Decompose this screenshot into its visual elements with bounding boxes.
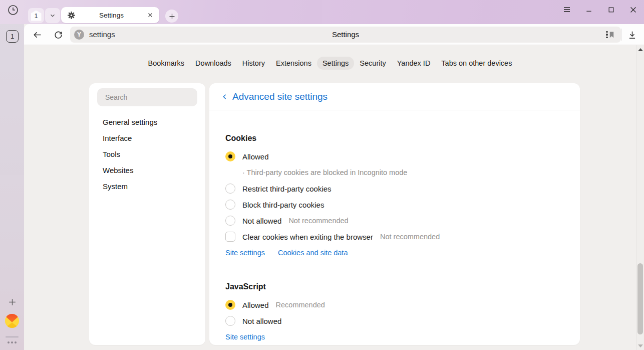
- toolbar-divider: [621, 29, 621, 41]
- sidebar-item-websites[interactable]: Websites: [89, 162, 205, 179]
- yandex-browser-logo-icon[interactable]: [5, 314, 19, 328]
- rail-tab-counter[interactable]: 1: [6, 30, 19, 43]
- radio-option-cookies-allowed[interactable]: Allowed: [225, 148, 564, 164]
- back-button[interactable]: [31, 29, 43, 41]
- sidebar-item-general-settings[interactable]: General settings: [89, 114, 205, 130]
- new-tab-button[interactable]: [165, 10, 178, 23]
- minimize-button[interactable]: [582, 3, 596, 17]
- back-arrow-icon: [32, 30, 43, 40]
- sidebar-list: General settings Interface Tools Website…: [89, 114, 205, 195]
- settings-page: Bookmarks Downloads History Extensions S…: [24, 45, 636, 350]
- nav-tab-bookmarks[interactable]: Bookmarks: [143, 57, 190, 70]
- close-icon: [629, 6, 637, 14]
- scrollbar-thumb[interactable]: [637, 263, 643, 334]
- maximize-icon: [607, 6, 615, 14]
- checkbox-clear-cookies-on-exit[interactable]: Clear cookies when exiting the browser N…: [225, 229, 564, 245]
- content-body: Cookies Allowed · Third-party cookies ar…: [209, 132, 580, 345]
- nav-tab-other-devices[interactable]: Tabs on other devices: [436, 57, 517, 70]
- sidebar-item-system[interactable]: System: [89, 179, 205, 195]
- side-rail: 1: [0, 24, 24, 350]
- radio-unselected-icon[interactable]: [225, 216, 235, 226]
- back-to-settings-button[interactable]: [218, 90, 231, 103]
- checkbox-icon[interactable]: [225, 232, 235, 242]
- download-icon: [627, 30, 637, 40]
- minimize-icon: [585, 6, 593, 14]
- tab-settings[interactable]: Settings: [61, 7, 159, 23]
- nav-tab-settings[interactable]: Settings: [317, 57, 354, 70]
- scroll-down-arrow-icon[interactable]: [638, 344, 643, 347]
- sidebar-item-interface[interactable]: Interface: [89, 130, 205, 146]
- option-label: Clear cookies when exiting the browser: [242, 233, 373, 241]
- settings-content: Advanced site settings Cookies Allowed ·…: [209, 83, 580, 345]
- radio-option-js-not-allowed[interactable]: Not allowed: [225, 313, 564, 329]
- reload-icon: [54, 30, 63, 40]
- settings-sidebar: General settings Interface Tools Website…: [89, 83, 205, 345]
- settings-nav-tabs: Bookmarks Downloads History Extensions S…: [24, 57, 636, 70]
- option-label: Not allowed: [242, 217, 281, 225]
- search-box: [97, 88, 197, 106]
- tab-group-control[interactable]: 1: [28, 8, 60, 23]
- chevron-left-icon: [221, 93, 229, 101]
- radio-unselected-icon[interactable]: [225, 184, 235, 194]
- maximize-button[interactable]: [604, 3, 618, 17]
- link-site-settings[interactable]: Site settings: [225, 249, 265, 257]
- downloads-button[interactable]: [626, 29, 638, 41]
- tab-group-expand-button[interactable]: [45, 8, 60, 23]
- javascript-links: Site settings: [225, 329, 564, 345]
- reload-button[interactable]: [52, 29, 64, 41]
- rail-divider: [6, 336, 19, 337]
- radio-selected-icon[interactable]: [225, 300, 235, 310]
- page-scrollbar[interactable]: [636, 45, 644, 350]
- sidebar-item-tools[interactable]: Tools: [89, 146, 205, 162]
- radio-unselected-icon[interactable]: [225, 200, 235, 210]
- not-recommended-badge: Not recommended: [288, 217, 348, 225]
- close-button[interactable]: [626, 3, 640, 17]
- nav-tab-downloads[interactable]: Downloads: [190, 57, 237, 70]
- tab-strip: 1 Settings: [0, 0, 644, 24]
- option-label: Allowed: [242, 152, 269, 161]
- rail-more-button[interactable]: [6, 340, 18, 345]
- nav-tab-security[interactable]: Security: [354, 57, 391, 70]
- radio-selected-icon[interactable]: [225, 151, 235, 161]
- nav-tab-history[interactable]: History: [237, 57, 270, 70]
- option-label: Block third-party cookies: [242, 201, 324, 209]
- plus-icon: [168, 13, 176, 20]
- option-label: Allowed: [242, 301, 269, 309]
- radio-unselected-icon[interactable]: [225, 316, 235, 326]
- browser-menu-button[interactable]: [560, 3, 574, 17]
- toolbar: Y settings Settings: [24, 24, 644, 45]
- gear-icon: [67, 11, 76, 20]
- address-bar[interactable]: Y settings Settings: [70, 27, 621, 43]
- tab-title: Settings: [76, 12, 147, 19]
- radio-option-block-third-party[interactable]: Block third-party cookies: [225, 197, 564, 213]
- link-site-settings[interactable]: Site settings: [225, 333, 265, 341]
- toolbar-more-button[interactable]: [603, 29, 611, 41]
- nav-tab-extensions[interactable]: Extensions: [270, 57, 317, 70]
- section-title-javascript: JavaScript: [225, 281, 564, 293]
- tab-group-badge[interactable]: 1: [28, 8, 44, 23]
- scroll-up-arrow-icon[interactable]: [638, 48, 643, 51]
- radio-option-cookies-not-allowed[interactable]: Not allowed Not recommended: [225, 213, 564, 229]
- tab-close-icon[interactable]: [147, 12, 153, 18]
- hamburger-icon: [562, 5, 571, 14]
- option-label: Restrict third-party cookies: [242, 185, 332, 193]
- search-input[interactable]: [97, 88, 197, 106]
- nav-tab-yandex-id[interactable]: Yandex ID: [392, 57, 436, 70]
- recommended-badge: Recommended: [276, 301, 325, 309]
- page-title: Settings: [70, 27, 621, 43]
- tab-group-count: 1: [31, 11, 42, 21]
- history-clock-icon[interactable]: [7, 4, 20, 17]
- section-title-cookies: Cookies: [225, 132, 564, 144]
- content-title: Advanced site settings: [232, 91, 328, 102]
- cookies-links: Site settings Cookies and site data: [225, 245, 564, 261]
- rail-add-button[interactable]: [6, 295, 19, 308]
- window-controls: [560, 3, 640, 17]
- content-header: Advanced site settings: [209, 83, 580, 110]
- radio-option-js-allowed[interactable]: Allowed Recommended: [225, 297, 564, 313]
- chevron-down-icon: [49, 12, 56, 19]
- option-label: Not allowed: [242, 317, 281, 325]
- browser-window: 1 Settings: [0, 0, 644, 350]
- radio-option-restrict-third-party[interactable]: Restrict third-party cookies: [225, 181, 564, 197]
- link-cookies-and-site-data[interactable]: Cookies and site data: [278, 249, 348, 257]
- not-recommended-badge: Not recommended: [380, 233, 440, 241]
